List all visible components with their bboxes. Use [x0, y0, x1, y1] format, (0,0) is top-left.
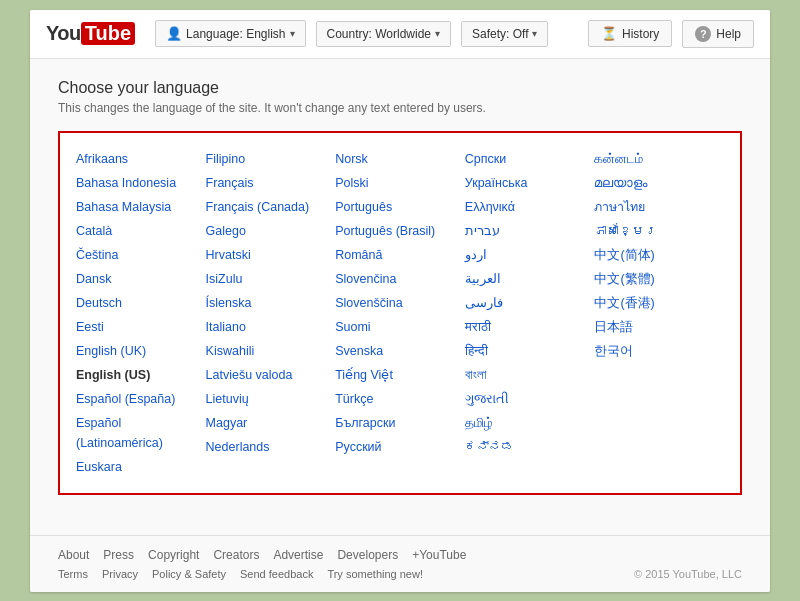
- country-label: Country: Worldwide: [327, 27, 431, 41]
- footer-top-links: AboutPressCopyrightCreatorsAdvertiseDeve…: [58, 548, 742, 562]
- language-link[interactable]: Euskara: [76, 455, 206, 479]
- language-link[interactable]: Latviešu valoda: [206, 363, 336, 387]
- language-link[interactable]: 中文(简体): [594, 243, 724, 267]
- language-link[interactable]: Português (Brasil): [335, 219, 465, 243]
- page-subheading: This changes the language of the site. I…: [58, 101, 742, 115]
- language-link[interactable]: 中文(香港): [594, 291, 724, 315]
- footer-top-link[interactable]: Copyright: [148, 548, 199, 562]
- language-link[interactable]: ગુજરાતી: [465, 387, 595, 411]
- safety-label: Safety: Off: [472, 27, 528, 41]
- language-link[interactable]: Ελληνικά: [465, 195, 595, 219]
- language-link[interactable]: IsiZulu: [206, 267, 336, 291]
- language-link[interactable]: Eesti: [76, 315, 206, 339]
- language-grid-container: AfrikaansBahasa IndonesiaBahasa Malaysia…: [58, 131, 742, 495]
- language-link[interactable]: Dansk: [76, 267, 206, 291]
- person-icon: 👤: [166, 26, 182, 41]
- language-label: Language: English: [186, 27, 285, 41]
- language-link[interactable]: ภาษาไทย: [594, 195, 724, 219]
- footer-top-link[interactable]: Developers: [337, 548, 398, 562]
- footer: AboutPressCopyrightCreatorsAdvertiseDeve…: [30, 535, 770, 592]
- language-link[interactable]: Čeština: [76, 243, 206, 267]
- language-link[interactable]: Nederlands: [206, 435, 336, 459]
- page-heading: Choose your language: [58, 79, 742, 97]
- language-link[interactable]: मराठी: [465, 315, 595, 339]
- language-col-5: கன்னடம்മലയാളംภาษาไทยភាសាខ្មែរ中文(简体)中文(繁體…: [594, 147, 724, 479]
- language-col-2: FilipinoFrançaisFrançais (Canada)GalegoH…: [206, 147, 336, 479]
- safety-selector[interactable]: Safety: Off ▾: [461, 21, 548, 47]
- question-icon: ?: [695, 26, 711, 42]
- language-link[interactable]: 日本語: [594, 315, 724, 339]
- language-link[interactable]: 中文(繁體): [594, 267, 724, 291]
- language-link[interactable]: Português: [335, 195, 465, 219]
- language-link[interactable]: Español (Latinoamérica): [76, 411, 206, 455]
- language-link[interactable]: Hrvatski: [206, 243, 336, 267]
- language-link[interactable]: Slovenčina: [335, 267, 465, 291]
- footer-top-link[interactable]: +YouTube: [412, 548, 466, 562]
- footer-bottom-link[interactable]: Try something new!: [327, 568, 423, 580]
- language-link[interactable]: Українська: [465, 171, 595, 195]
- footer-top-link[interactable]: Press: [103, 548, 134, 562]
- language-link[interactable]: Polski: [335, 171, 465, 195]
- language-link[interactable]: Български: [335, 411, 465, 435]
- language-link[interactable]: ភាសាខ្មែរ: [594, 219, 724, 243]
- language-col-1: AfrikaansBahasa IndonesiaBahasa Malaysia…: [76, 147, 206, 479]
- language-link[interactable]: Magyar: [206, 411, 336, 435]
- language-col-3: NorskPolskiPortuguêsPortuguês (Brasil)Ro…: [335, 147, 465, 479]
- language-link[interactable]: கன்னடம்: [594, 147, 724, 171]
- language-link[interactable]: فارسی: [465, 291, 595, 315]
- footer-top-link[interactable]: About: [58, 548, 89, 562]
- language-link[interactable]: Română: [335, 243, 465, 267]
- country-selector[interactable]: Country: Worldwide ▾: [316, 21, 451, 47]
- language-link[interactable]: العربية: [465, 267, 595, 291]
- footer-bottom-links: TermsPrivacyPolicy & SafetySend feedback…: [58, 568, 742, 580]
- footer-bottom-link[interactable]: Terms: [58, 568, 88, 580]
- help-button[interactable]: ? Help: [682, 20, 754, 48]
- language-link[interactable]: Français: [206, 171, 336, 195]
- language-link[interactable]: Filipino: [206, 147, 336, 171]
- youtube-logo: YouTube: [46, 22, 135, 45]
- language-arrow-icon: ▾: [290, 28, 295, 39]
- language-link[interactable]: اردو: [465, 243, 595, 267]
- language-link[interactable]: 한국어: [594, 339, 724, 363]
- language-link[interactable]: Српски: [465, 147, 595, 171]
- language-link[interactable]: Bahasa Indonesia: [76, 171, 206, 195]
- footer-bottom-link[interactable]: Policy & Safety: [152, 568, 226, 580]
- logo-tube: Tube: [81, 22, 135, 45]
- language-link[interactable]: Afrikaans: [76, 147, 206, 171]
- language-link[interactable]: தமிழ்: [465, 411, 595, 435]
- language-link[interactable]: Tiếng Việt: [335, 363, 465, 387]
- language-link[interactable]: Türkçe: [335, 387, 465, 411]
- header: YouTube 👤 Language: English ▾ Country: W…: [30, 10, 770, 59]
- history-button[interactable]: ⏳ History: [588, 20, 672, 47]
- language-link[interactable]: Русский: [335, 435, 465, 459]
- language-link[interactable]: Français (Canada): [206, 195, 336, 219]
- language-link[interactable]: Norsk: [335, 147, 465, 171]
- language-link[interactable]: Svenska: [335, 339, 465, 363]
- main-content: Choose your language This changes the la…: [30, 59, 770, 535]
- language-link[interactable]: Español (España): [76, 387, 206, 411]
- footer-top-link[interactable]: Creators: [213, 548, 259, 562]
- language-link[interactable]: বাংলা: [465, 363, 595, 387]
- country-arrow-icon: ▾: [435, 28, 440, 39]
- language-link[interactable]: English (UK): [76, 339, 206, 363]
- language-link[interactable]: ಕನ್ನಡ: [465, 435, 595, 459]
- language-link[interactable]: Italiano: [206, 315, 336, 339]
- language-link[interactable]: हिन्दी: [465, 339, 595, 363]
- language-link[interactable]: Deutsch: [76, 291, 206, 315]
- logo-you: You: [46, 22, 81, 45]
- footer-top-link[interactable]: Advertise: [273, 548, 323, 562]
- language-link[interactable]: Català: [76, 219, 206, 243]
- language-link[interactable]: Slovenščina: [335, 291, 465, 315]
- language-selector[interactable]: 👤 Language: English ▾: [155, 20, 305, 47]
- language-link[interactable]: Bahasa Malaysia: [76, 195, 206, 219]
- footer-bottom-link[interactable]: Privacy: [102, 568, 138, 580]
- language-link[interactable]: Suomi: [335, 315, 465, 339]
- language-link[interactable]: Galego: [206, 219, 336, 243]
- footer-bottom-link[interactable]: Send feedback: [240, 568, 313, 580]
- history-label: History: [622, 27, 659, 41]
- language-link[interactable]: Kiswahili: [206, 339, 336, 363]
- language-link[interactable]: Íslenska: [206, 291, 336, 315]
- language-link[interactable]: Lietuvių: [206, 387, 336, 411]
- language-link[interactable]: മലയാളം: [594, 171, 724, 195]
- language-link[interactable]: עברית: [465, 219, 595, 243]
